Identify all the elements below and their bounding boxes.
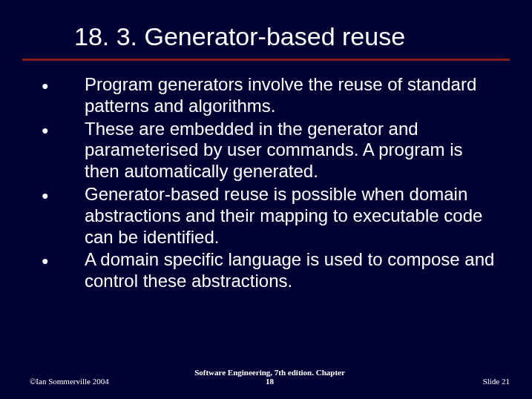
list-item: ● Program generators involve the reuse o… — [37, 74, 495, 117]
list-item: ● These are embedded in the generator an… — [37, 119, 495, 182]
bullet-list: ● Program generators involve the reuse o… — [37, 74, 495, 292]
list-item: ● Generator-based reuse is possible when… — [37, 184, 495, 248]
bullet-text: Program generators involve the reuse of … — [85, 74, 495, 117]
bullet-icon: ● — [37, 119, 85, 137]
slide-footer: ©Ian Sommerville 2004 Software Engineeri… — [0, 368, 532, 386]
bullet-text: A domain specific language is used to co… — [85, 249, 495, 292]
bullet-icon: ● — [37, 249, 85, 268]
bullet-icon: ● — [37, 184, 85, 202]
footer-copyright: ©Ian Sommerville 2004 — [30, 377, 190, 386]
footer-title: Software Engineering, 7th edition. Chapt… — [190, 368, 350, 386]
footer-slide-number: Slide 21 — [349, 377, 510, 386]
slide-container: 18. 3. Generator-based reuse ● Program g… — [0, 0, 532, 399]
slide-title: 18. 3. Generator-based reuse — [0, 0, 532, 59]
bullet-text: These are embedded in the generator and … — [85, 119, 495, 182]
list-item: ● A domain specific language is used to … — [37, 249, 495, 292]
bullet-icon: ● — [37, 74, 85, 93]
slide-body: ● Program generators involve the reuse o… — [0, 61, 532, 292]
bullet-text: Generator-based reuse is possible when d… — [85, 184, 495, 248]
